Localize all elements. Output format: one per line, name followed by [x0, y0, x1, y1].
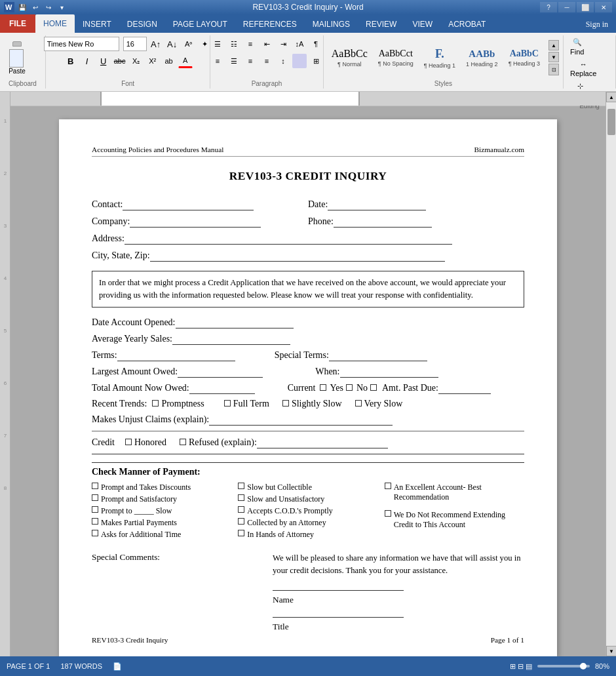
replace-icon: ↔: [580, 60, 587, 68]
chk-prompt-slow[interactable]: [92, 506, 98, 513]
payment-item-12: We Do Not Recommend Extending Credit to …: [385, 510, 524, 530]
styles-scroll-up[interactable]: ▲: [549, 40, 559, 50]
chk-not-recommend[interactable]: [385, 510, 391, 517]
tab-acrobat[interactable]: ACROBAT: [440, 16, 493, 33]
align-left-btn[interactable]: ≡: [210, 54, 225, 68]
shrink-font-btn[interactable]: A↓: [165, 37, 180, 51]
scroll-down-btn[interactable]: ▼: [606, 646, 616, 656]
chk-attorney[interactable]: [238, 518, 244, 525]
page: Accounting Policies and Procedures Manua…: [59, 119, 557, 656]
style-normal[interactable]: AaBbCc ¶ Normal: [328, 45, 372, 70]
chk-hands-attorney[interactable]: [238, 530, 244, 536]
sign-in-link[interactable]: Sign in: [578, 16, 616, 33]
tab-mailings[interactable]: MAILINGS: [305, 16, 358, 33]
label-cod: Accepts C.O.D.'s Promptly: [247, 506, 333, 516]
contact-field: Contact:: [92, 199, 308, 210]
increase-indent-btn[interactable]: ⇥: [276, 37, 290, 51]
bullets-btn[interactable]: ☰: [210, 37, 225, 51]
date-opened-label: Date Account Opened:: [92, 317, 176, 328]
very-slow-checkbox[interactable]: [355, 400, 362, 407]
chk-slow-unsatisfactory[interactable]: [238, 494, 244, 501]
sort-btn[interactable]: ↕A: [292, 37, 307, 51]
zoom-slider[interactable]: [537, 665, 590, 667]
chk-partial-payments[interactable]: [92, 518, 98, 525]
show-marks-btn[interactable]: ¶: [309, 37, 323, 51]
current-checkbox[interactable]: [320, 384, 326, 391]
restore-btn[interactable]: ⬜: [577, 2, 594, 12]
replace-button[interactable]: ↔ Replace: [568, 59, 599, 79]
align-center-btn[interactable]: ☰: [227, 54, 241, 68]
line-spacing-btn[interactable]: ↕: [276, 54, 290, 68]
style-heading3[interactable]: AaBbC ¶ Heading 3: [505, 46, 544, 70]
shading-btn[interactable]: [292, 54, 307, 68]
no-checkbox[interactable]: [370, 384, 377, 391]
redo-icon[interactable]: ↪: [43, 2, 54, 12]
underline-button[interactable]: U: [96, 54, 111, 68]
borders-btn[interactable]: ⊞: [309, 54, 323, 68]
tab-references[interactable]: REFERENCES: [235, 16, 305, 33]
text-highlight-btn[interactable]: ab: [162, 54, 176, 68]
tab-insert[interactable]: INSERT: [75, 16, 119, 33]
slightly-slow-checkbox[interactable]: [282, 400, 289, 407]
address-field: Address:: [92, 233, 524, 245]
tab-home[interactable]: HOME: [35, 14, 75, 33]
justify-btn[interactable]: ≡: [260, 54, 274, 68]
chk-prompt-satisfactory[interactable]: [92, 494, 98, 501]
help-btn[interactable]: ?: [540, 2, 557, 12]
font-group: A↑ A↓ Aᵃ ✦ B I U abc X₂ X² ab A Font: [46, 35, 210, 89]
honored-checkbox[interactable]: [125, 439, 132, 445]
find-button[interactable]: 🔍 Find: [568, 37, 587, 57]
zoom-thumb[interactable]: [580, 663, 587, 669]
bold-button[interactable]: B: [64, 54, 78, 68]
styles-expand[interactable]: ⊡: [549, 64, 559, 75]
ruler-num-3: 3: [0, 223, 10, 229]
grow-font-btn[interactable]: A↑: [149, 37, 163, 51]
payment-item-3: Prompt to _____ Slow: [92, 506, 231, 516]
decrease-indent-btn[interactable]: ⇤: [260, 37, 274, 51]
city-state-zip-row: City, State, Zip:: [92, 250, 524, 262]
chk-excellent[interactable]: [385, 483, 391, 489]
paste-button[interactable]: Paste: [4, 40, 30, 76]
font-name-input[interactable]: [44, 37, 119, 51]
subscript-btn[interactable]: X₂: [129, 54, 144, 68]
right-note-text: We will be pleased to share any informat…: [273, 553, 521, 575]
strikethrough-btn[interactable]: abc: [113, 54, 127, 68]
italic-button[interactable]: I: [80, 54, 94, 68]
numbered-list-btn[interactable]: ☷: [227, 37, 241, 51]
superscript-btn[interactable]: X²: [145, 54, 160, 68]
tab-review[interactable]: REVIEW: [358, 16, 404, 33]
chk-prompt-discounts[interactable]: [92, 483, 98, 489]
save-icon[interactable]: 💾: [17, 2, 28, 12]
full-term-checkbox[interactable]: [224, 400, 231, 407]
tab-page-layout[interactable]: PAGE LAYOUT: [165, 16, 235, 33]
multilevel-list-btn[interactable]: ≡: [243, 37, 258, 51]
name-label: Name: [273, 593, 524, 606]
chk-slow-collectible[interactable]: [238, 483, 244, 489]
vertical-scrollbar[interactable]: ▲ ▼: [606, 92, 616, 656]
style-heading3-preview: AaBbC: [510, 49, 539, 59]
undo-icon[interactable]: ↩: [30, 2, 41, 12]
tab-file[interactable]: FILE: [0, 14, 35, 33]
yes-checkbox[interactable]: [346, 384, 353, 391]
style-heading2[interactable]: AABb 1 Heading 2: [462, 46, 502, 70]
align-right-btn[interactable]: ≡: [243, 54, 258, 68]
font-color-btn[interactable]: A: [178, 54, 193, 68]
page-header: Accounting Policies and Procedures Manua…: [92, 146, 524, 157]
chk-additional-time[interactable]: [92, 530, 98, 536]
tab-design[interactable]: DESIGN: [119, 16, 165, 33]
tab-view[interactable]: VIEW: [404, 16, 440, 33]
style-heading1[interactable]: F. ¶ Heading 1: [420, 45, 459, 71]
chk-cod[interactable]: [238, 506, 244, 513]
promptness-checkbox[interactable]: [152, 400, 159, 407]
style-no-spacing[interactable]: AaBbCct ¶ No Spacing: [374, 46, 417, 70]
font-size-input[interactable]: [123, 37, 147, 51]
case-btn[interactable]: Aᵃ: [182, 37, 196, 51]
close-btn[interactable]: ✕: [595, 2, 612, 12]
page-view-icon[interactable]: 📄: [113, 662, 122, 671]
more-icon[interactable]: ▾: [56, 2, 67, 12]
scroll-up-btn[interactable]: ▲: [606, 92, 616, 102]
refused-checkbox[interactable]: [180, 439, 186, 445]
styles-scroll-down[interactable]: ▼: [549, 52, 559, 62]
scroll-thumb[interactable]: [607, 109, 615, 135]
minimize-btn[interactable]: ─: [558, 2, 575, 12]
